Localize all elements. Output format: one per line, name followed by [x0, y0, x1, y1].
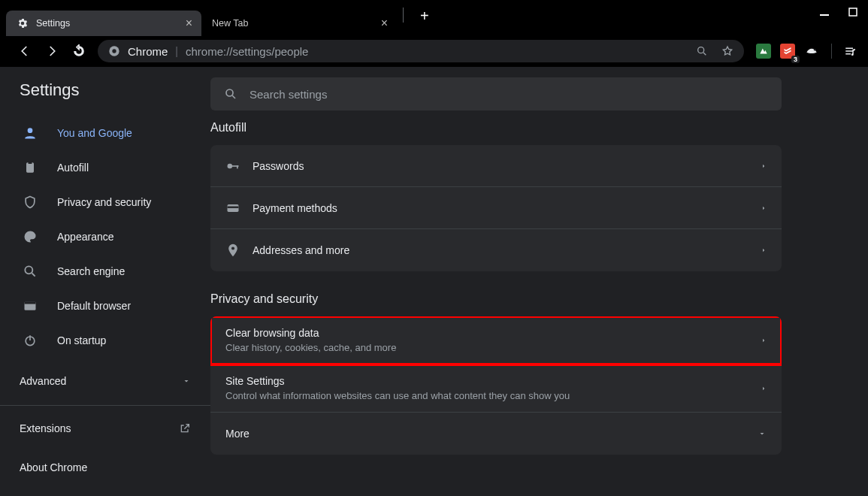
- sidebar-item-appearance[interactable]: Appearance: [0, 222, 210, 252]
- maximize-icon[interactable]: [848, 8, 857, 17]
- search-settings[interactable]: [210, 77, 782, 110]
- minimize-icon[interactable]: [820, 8, 829, 17]
- row-payment-methods[interactable]: Payment methods: [210, 187, 782, 229]
- extensions-area: 3: [749, 44, 860, 59]
- tab-separator: [403, 8, 404, 23]
- gear-icon: [17, 17, 29, 29]
- palette-icon: [23, 229, 38, 244]
- chevron-down-icon: [182, 377, 191, 386]
- chevron-down-icon: [758, 429, 767, 438]
- omnibox-label: Chrome: [128, 45, 168, 58]
- chrome-logo-icon: [108, 45, 120, 57]
- key-icon: [225, 159, 253, 174]
- svg-point-14: [228, 163, 233, 168]
- row-label: More: [225, 428, 758, 440]
- section-title-autofill: Autofill: [210, 121, 847, 135]
- sidebar-extensions[interactable]: Extensions: [0, 409, 210, 448]
- search-input[interactable]: [250, 88, 768, 101]
- svg-rect-7: [26, 162, 34, 172]
- external-link-icon: [179, 422, 191, 434]
- window-controls: [820, 0, 868, 17]
- svg-rect-18: [228, 206, 239, 208]
- close-icon[interactable]: ×: [381, 17, 388, 30]
- bookmark-star-icon[interactable]: [721, 45, 733, 57]
- row-site-settings[interactable]: Site Settings Control what information w…: [210, 364, 782, 413]
- close-icon[interactable]: ×: [186, 17, 192, 30]
- location-pin-icon: [225, 243, 253, 258]
- svg-rect-11: [25, 301, 36, 304]
- extension-icon[interactable]: 3: [780, 44, 795, 59]
- extension-badge: 3: [791, 56, 800, 63]
- autofill-card: Passwords Payment methods Addresses and: [210, 145, 782, 271]
- sidebar-item-search-engine[interactable]: Search engine: [0, 256, 210, 286]
- zoom-icon[interactable]: [696, 45, 708, 57]
- section-title-privacy: Privacy and security: [210, 292, 847, 306]
- row-sublabel: Clear history, cookies, cache, and more: [225, 342, 761, 353]
- row-label: Passwords: [253, 160, 761, 172]
- sidebar-item-default-browser[interactable]: Default browser: [0, 291, 210, 321]
- toolbar: Chrome | chrome://settings/people 3: [0, 36, 868, 66]
- row-passwords[interactable]: Passwords: [210, 145, 782, 187]
- sidebar-item-on-startup[interactable]: On startup: [0, 325, 210, 355]
- sidebar-item-label: On startup: [57, 334, 106, 346]
- power-icon: [23, 333, 38, 348]
- sidebar-item-label: About Chrome: [20, 461, 87, 473]
- svg-point-5: [814, 49, 816, 51]
- tab-new[interactable]: New Tab ×: [201, 11, 397, 36]
- svg-rect-0: [820, 14, 829, 16]
- svg-rect-1: [849, 8, 857, 16]
- chevron-right-icon: [761, 336, 767, 345]
- sidebar: Settings You and Google Autofill Privacy…: [0, 67, 210, 496]
- omnibox-separator: |: [175, 45, 178, 57]
- reload-icon[interactable]: [72, 44, 86, 58]
- credit-card-icon: [225, 201, 253, 216]
- svg-point-4: [698, 47, 704, 53]
- search-icon: [224, 87, 237, 101]
- sidebar-item-label: Appearance: [57, 231, 114, 243]
- row-clear-browsing-data[interactable]: Clear browsing data Clear history, cooki…: [210, 316, 782, 364]
- clipboard-icon: [23, 160, 38, 175]
- omnibox[interactable]: Chrome | chrome://settings/people: [98, 40, 744, 62]
- browser-icon: [23, 298, 38, 313]
- person-icon: [23, 126, 38, 141]
- sidebar-item-you-and-google[interactable]: You and Google: [0, 118, 210, 148]
- music-queue-icon[interactable]: [844, 44, 857, 58]
- separator: [831, 44, 832, 59]
- svg-point-9: [25, 266, 32, 274]
- sidebar-about[interactable]: About Chrome: [0, 448, 210, 487]
- new-tab-button[interactable]: +: [410, 8, 440, 25]
- row-label: Site Settings: [225, 375, 761, 387]
- sidebar-advanced[interactable]: Advanced: [0, 360, 210, 402]
- sidebar-item-privacy[interactable]: Privacy and security: [0, 187, 210, 217]
- row-label: Payment methods: [253, 202, 761, 214]
- sidebar-item-label: You and Google: [57, 127, 132, 139]
- sidebar-item-autofill[interactable]: Autofill: [0, 153, 210, 183]
- tab-settings[interactable]: Settings ×: [6, 11, 201, 36]
- sidebar-item-label: Privacy and security: [57, 196, 151, 208]
- sidebar-item-label: Autofill: [57, 162, 89, 174]
- main: Autofill Passwords Payment methods: [210, 67, 868, 496]
- svg-point-6: [28, 128, 33, 133]
- forward-icon[interactable]: [45, 44, 59, 58]
- shield-icon: [23, 195, 38, 210]
- row-label: Clear browsing data: [225, 327, 761, 339]
- sidebar-item-label: Search engine: [57, 265, 125, 277]
- extension-icon[interactable]: [804, 44, 819, 59]
- svg-rect-8: [29, 162, 32, 164]
- row-addresses[interactable]: Addresses and more: [210, 229, 782, 271]
- chevron-right-icon: [761, 246, 767, 255]
- privacy-card: Clear browsing data Clear history, cooki…: [210, 316, 782, 455]
- svg-point-13: [226, 89, 233, 96]
- row-sublabel: Control what information websites can us…: [225, 390, 761, 401]
- sidebar-item-label: Extensions: [20, 422, 71, 434]
- svg-point-3: [112, 49, 116, 53]
- row-more[interactable]: More: [210, 413, 782, 455]
- chevron-right-icon: [761, 162, 767, 171]
- page-title: Settings: [0, 80, 210, 118]
- sidebar-item-label: Advanced: [20, 375, 66, 387]
- extension-icon[interactable]: [756, 44, 771, 59]
- back-icon[interactable]: [18, 44, 32, 58]
- search-icon: [23, 264, 38, 279]
- tab-title: New Tab: [212, 18, 248, 29]
- tab-title: Settings: [36, 18, 70, 29]
